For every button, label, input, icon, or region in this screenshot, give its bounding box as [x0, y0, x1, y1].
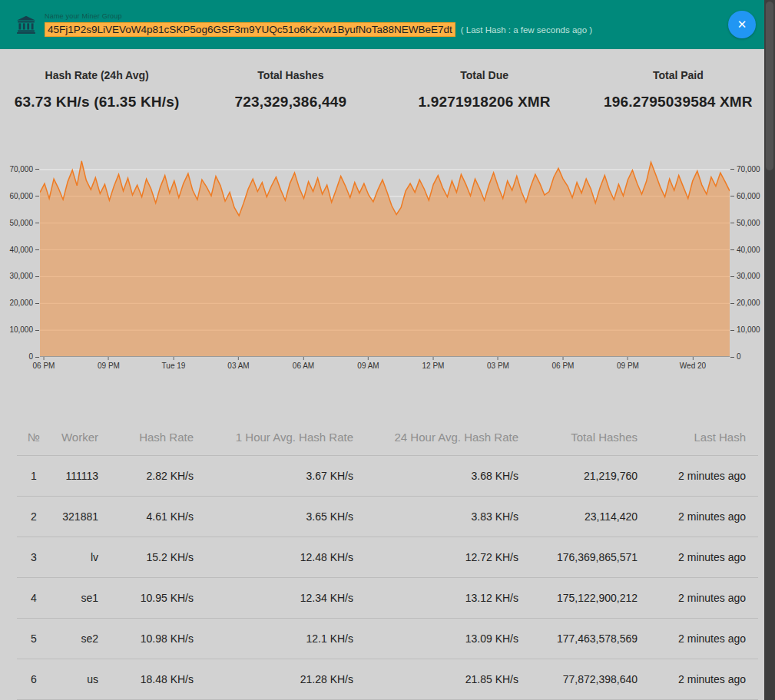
y-tick-label: 40,000 [730, 246, 760, 255]
table-cell: 13.09 KH/s [353, 618, 518, 659]
table-cell: se1 [51, 577, 98, 618]
y-tick-label: 50,000 [9, 219, 39, 228]
y-tick-label: 20,000 [9, 299, 39, 308]
close-icon: ✕ [737, 18, 747, 31]
table-row: 3lv15.2 KH/s12.48 KH/s12.72 KH/s176,369,… [17, 537, 758, 577]
table-cell: 1 [17, 455, 51, 496]
x-tick-label: 03 PM [487, 357, 509, 370]
table-cell: 77,872,398,640 [518, 659, 638, 699]
table-cell: 3.83 KH/s [353, 496, 518, 537]
table-cell: lv [51, 537, 98, 577]
x-tick-label: 09 AM [357, 357, 379, 370]
y-tick-label: 20,000 [730, 299, 760, 308]
table-cell: 21,219,760 [518, 455, 638, 496]
workers-table-header: №WorkerHash Rate1 Hour Avg. Hash Rate24 … [17, 420, 758, 455]
y-tick-label: 60,000 [9, 192, 39, 201]
table-cell: 2 minutes ago [638, 659, 758, 699]
workers-table-body: 11111132.82 KH/s3.67 KH/s3.68 KH/s21,219… [17, 455, 758, 699]
stat-label: Total Due [388, 69, 581, 81]
table-cell: 176,369,865,571 [518, 537, 638, 577]
x-tick-label: Tue 19 [162, 357, 186, 370]
y-tick-label: 60,000 [730, 192, 760, 201]
x-tick-label: 03 AM [227, 357, 249, 370]
table-cell: 12.72 KH/s [353, 537, 518, 577]
chart-plot [40, 154, 730, 357]
table-cell: 111113 [51, 455, 98, 496]
table-cell: 3 [17, 537, 51, 577]
x-tick-label: 09 PM [617, 357, 639, 370]
table-cell: 4.61 KH/s [98, 496, 194, 537]
table-cell: 321881 [51, 496, 98, 537]
miner-group-label: Name your Miner Group [45, 12, 592, 20]
column-header-0[interactable]: № [17, 420, 51, 455]
scrollbar[interactable] [764, 0, 775, 700]
table-cell: 2.82 KH/s [98, 455, 194, 496]
x-tick-label: 06 AM [293, 357, 314, 370]
column-header-6[interactable]: Last Hash [638, 420, 758, 455]
table-cell: 2 minutes ago [638, 577, 758, 618]
hashrate-chart-svg [40, 154, 730, 357]
table-cell: 2 minutes ago [638, 537, 758, 577]
stat-label: Total Hashes [194, 69, 387, 81]
table-cell: 3.65 KH/s [194, 496, 353, 537]
stat-label: Total Paid [581, 69, 775, 81]
table-cell: 12.48 KH/s [194, 537, 353, 577]
table-cell: 3.68 KH/s [353, 455, 518, 496]
hashrate-chart: 010,00020,00030,00040,00050,00060,00070,… [0, 154, 775, 372]
stat-total-paid: Total Paid 196.2795039584 XMR [581, 69, 775, 111]
table-cell: 2 minutes ago [638, 618, 758, 659]
table-cell: 12.1 KH/s [194, 618, 353, 659]
scrollbar-thumb[interactable] [766, 2, 773, 170]
table-cell: 2 [17, 496, 51, 537]
table-cell: 5 [17, 618, 51, 659]
bank-icon [15, 14, 37, 35]
table-cell: 177,463,578,569 [518, 618, 638, 659]
last-hash-note: ( Last Hash : a few seconds ago ) [461, 25, 592, 35]
y-tick-label: 30,000 [9, 272, 39, 281]
y-tick-label: 10,000 [9, 325, 39, 335]
table-cell: 23,114,420 [518, 496, 638, 537]
close-button[interactable]: ✕ [728, 11, 756, 38]
x-tick-label: 09 PM [98, 357, 120, 370]
chart-y-axis-left: 010,00020,00030,00040,00050,00060,00070,… [0, 154, 40, 357]
table-row: 11111132.82 KH/s3.67 KH/s3.68 KH/s21,219… [17, 455, 758, 496]
column-header-1[interactable]: Worker [51, 420, 98, 455]
x-tick-label: 12 PM [422, 357, 445, 370]
table-row: 23218814.61 KH/s3.65 KH/s3.83 KH/s23,114… [17, 496, 758, 537]
x-tick-label: Wed 20 [680, 357, 706, 370]
stat-value: 196.2795039584 XMR [581, 94, 775, 111]
y-tick-label: 0 [730, 352, 741, 362]
y-tick-label: 50,000 [730, 219, 760, 228]
table-row: 4se110.95 KH/s12.34 KH/s13.12 KH/s175,12… [17, 577, 758, 618]
table-cell: 4 [17, 577, 51, 618]
y-tick-label: 70,000 [9, 165, 39, 174]
table-cell: 3.67 KH/s [194, 455, 353, 496]
table-cell: 12.34 KH/s [194, 577, 353, 618]
y-tick-label: 40,000 [9, 246, 39, 255]
y-tick-label: 10,000 [730, 325, 760, 335]
stats-section: Hash Rate (24h Avg) 63.73 KH/s (61.35 KH… [0, 69, 775, 111]
table-cell: us [51, 659, 98, 699]
miner-address-input[interactable]: 45Fj1P2s9LiVEVoW4p81cSKP5og6GSF3m9YUQc51… [45, 22, 455, 37]
stat-total-hashes: Total Hashes 723,329,386,449 [194, 69, 387, 111]
y-tick-label: 70,000 [730, 165, 760, 174]
x-tick-label: 06 PM [33, 357, 55, 370]
stat-value: 1.9271918206 XMR [388, 94, 581, 111]
table-cell: 10.95 KH/s [98, 577, 194, 618]
table-cell: 21.85 KH/s [353, 659, 518, 699]
column-header-5[interactable]: Total Hashes [518, 420, 638, 455]
table-row: 5se210.98 KH/s12.1 KH/s13.09 KH/s177,463… [17, 618, 758, 659]
y-tick-label: 30,000 [730, 272, 760, 281]
column-header-3[interactable]: 1 Hour Avg. Hash Rate [194, 420, 353, 455]
chart-x-axis: 06 PM09 PMTue 1903 AM06 AM09 AM12 PM03 P… [40, 357, 730, 372]
column-header-2[interactable]: Hash Rate [98, 420, 194, 455]
table-cell: 21.28 KH/s [194, 659, 353, 699]
table-cell: 2 minutes ago [638, 455, 758, 496]
table-cell: 2 minutes ago [638, 496, 758, 537]
table-row: 6us18.48 KH/s21.28 KH/s21.85 KH/s77,872,… [17, 659, 758, 699]
column-header-4[interactable]: 24 Hour Avg. Hash Rate [353, 420, 518, 455]
stat-total-due: Total Due 1.9271918206 XMR [388, 69, 581, 111]
table-cell: 175,122,900,212 [518, 577, 638, 618]
table-cell: 15.2 KH/s [98, 537, 194, 577]
table-cell: 10.98 KH/s [98, 618, 194, 659]
